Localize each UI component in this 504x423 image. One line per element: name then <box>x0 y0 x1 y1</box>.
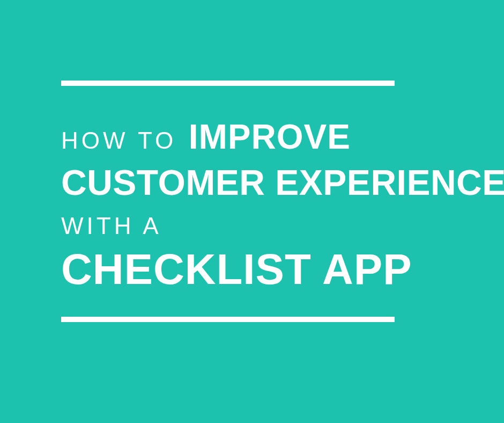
divider-top <box>61 81 395 86</box>
title-line-3: With a <box>61 213 443 239</box>
text-how-to: How to <box>61 127 176 154</box>
title-line-1: How to Improve <box>61 117 443 157</box>
divider-bottom <box>61 317 395 322</box>
text-checklist-app: Checklist App <box>61 245 412 293</box>
title-line-4: Checklist App <box>61 245 443 294</box>
text-improve: Improve <box>189 118 351 156</box>
title-line-2: Customer Experience <box>61 162 443 203</box>
text-with-a: With a <box>61 213 162 239</box>
text-customer-experience: Customer Experience <box>61 163 504 202</box>
title-block: How to Improve Customer Experience With … <box>61 81 443 322</box>
